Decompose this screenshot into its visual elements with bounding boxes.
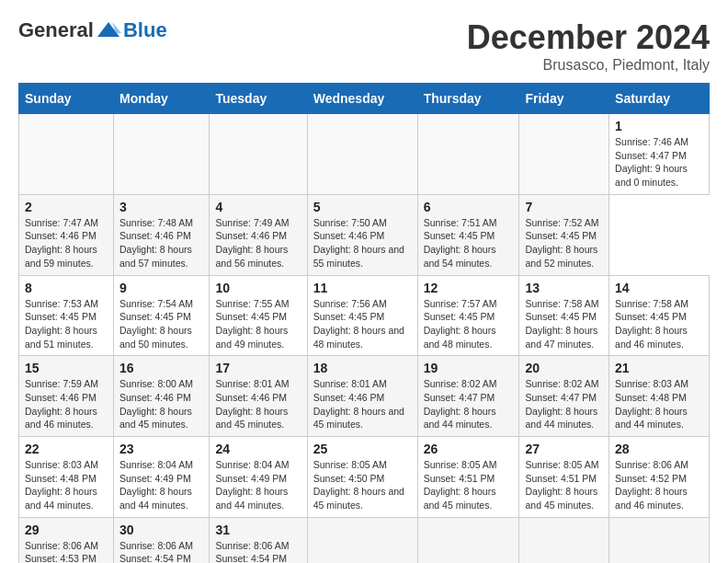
day-number: 20 bbox=[525, 361, 603, 375]
calendar-day-cell: 12 Sunrise: 7:57 AMSunset: 4:45 PMDaylig… bbox=[417, 275, 519, 356]
calendar-day-cell: 13 Sunrise: 7:58 AMSunset: 4:45 PMDaylig… bbox=[519, 275, 609, 356]
day-number: 24 bbox=[215, 442, 301, 456]
day-info: Sunrise: 8:06 AMSunset: 4:54 PMDaylight:… bbox=[119, 540, 193, 563]
day-number: 4 bbox=[215, 200, 301, 214]
calendar-day-cell: 1 Sunrise: 7:46 AMSunset: 4:47 PMDayligh… bbox=[609, 114, 710, 195]
calendar-day-cell: 26 Sunrise: 8:05 AMSunset: 4:51 PMDaylig… bbox=[417, 437, 519, 518]
day-number: 28 bbox=[615, 442, 703, 456]
calendar-day-cell: 9 Sunrise: 7:54 AMSunset: 4:45 PMDayligh… bbox=[114, 275, 210, 356]
calendar-day-cell: 17 Sunrise: 8:01 AMSunset: 4:46 PMDaylig… bbox=[210, 356, 307, 437]
calendar-week-row: 29 Sunrise: 8:06 AMSunset: 4:53 PMDaylig… bbox=[19, 517, 710, 563]
title-section: December 2024 Brusasco, Piedmont, Italy bbox=[467, 18, 710, 74]
day-of-week-header: Thursday bbox=[417, 84, 519, 114]
calendar-day-cell bbox=[307, 517, 417, 563]
day-of-week-header: Wednesday bbox=[307, 84, 417, 114]
month-title: December 2024 bbox=[467, 18, 710, 57]
day-info: Sunrise: 7:47 AMSunset: 4:46 PMDaylight:… bbox=[25, 217, 98, 269]
day-info: Sunrise: 7:55 AMSunset: 4:45 PMDaylight:… bbox=[215, 298, 289, 350]
day-info: Sunrise: 7:58 AMSunset: 4:45 PMDaylight:… bbox=[615, 298, 688, 350]
calendar-day-cell: 27 Sunrise: 8:05 AMSunset: 4:51 PMDaylig… bbox=[519, 437, 609, 518]
day-info: Sunrise: 8:05 AMSunset: 4:51 PMDaylight:… bbox=[424, 459, 497, 511]
calendar-day-cell: 10 Sunrise: 7:55 AMSunset: 4:45 PMDaylig… bbox=[210, 275, 307, 356]
day-info: Sunrise: 7:56 AMSunset: 4:45 PMDaylight:… bbox=[313, 298, 404, 350]
calendar-day-cell: 8 Sunrise: 7:53 AMSunset: 4:45 PMDayligh… bbox=[19, 275, 114, 356]
day-of-week-header: Monday bbox=[114, 84, 210, 114]
calendar-day-cell: 6 Sunrise: 7:51 AMSunset: 4:45 PMDayligh… bbox=[417, 194, 519, 275]
day-number: 30 bbox=[119, 523, 203, 537]
calendar-week-row: 1 Sunrise: 7:46 AMSunset: 4:47 PMDayligh… bbox=[19, 114, 710, 195]
day-number: 17 bbox=[215, 361, 301, 375]
empty-cell bbox=[519, 114, 609, 195]
calendar-day-cell: 22 Sunrise: 8:03 AMSunset: 4:48 PMDaylig… bbox=[19, 437, 114, 518]
day-info: Sunrise: 7:49 AMSunset: 4:46 PMDaylight:… bbox=[215, 217, 289, 269]
calendar-day-cell: 23 Sunrise: 8:04 AMSunset: 4:49 PMDaylig… bbox=[114, 437, 210, 518]
calendar-day-cell: 30 Sunrise: 8:06 AMSunset: 4:54 PMDaylig… bbox=[114, 517, 210, 563]
day-number: 2 bbox=[25, 200, 108, 214]
day-info: Sunrise: 7:51 AMSunset: 4:45 PMDaylight:… bbox=[424, 217, 497, 269]
day-info: Sunrise: 7:53 AMSunset: 4:45 PMDaylight:… bbox=[25, 298, 98, 350]
day-number: 13 bbox=[525, 281, 603, 295]
day-number: 29 bbox=[25, 523, 108, 537]
calendar-week-row: 2 Sunrise: 7:47 AMSunset: 4:46 PMDayligh… bbox=[19, 194, 710, 275]
calendar-day-cell: 16 Sunrise: 8:00 AMSunset: 4:46 PMDaylig… bbox=[114, 356, 210, 437]
day-info: Sunrise: 7:59 AMSunset: 4:46 PMDaylight:… bbox=[25, 378, 98, 430]
day-number: 12 bbox=[424, 281, 514, 295]
day-of-week-header: Friday bbox=[519, 84, 609, 114]
calendar-day-cell: 31 Sunrise: 8:06 AMSunset: 4:54 PMDaylig… bbox=[210, 517, 307, 563]
day-of-week-header: Sunday bbox=[19, 84, 114, 114]
calendar-day-cell: 29 Sunrise: 8:06 AMSunset: 4:53 PMDaylig… bbox=[19, 517, 114, 563]
day-number: 15 bbox=[25, 361, 108, 375]
day-info: Sunrise: 7:46 AMSunset: 4:47 PMDaylight:… bbox=[615, 136, 688, 188]
day-info: Sunrise: 8:00 AMSunset: 4:46 PMDaylight:… bbox=[119, 378, 193, 430]
day-info: Sunrise: 8:06 AMSunset: 4:52 PMDaylight:… bbox=[615, 459, 688, 511]
empty-cell bbox=[19, 114, 114, 195]
day-number: 1 bbox=[615, 119, 703, 133]
day-info: Sunrise: 8:01 AMSunset: 4:46 PMDaylight:… bbox=[313, 378, 404, 430]
day-number: 11 bbox=[313, 281, 412, 295]
day-info: Sunrise: 7:50 AMSunset: 4:46 PMDaylight:… bbox=[313, 217, 404, 269]
calendar-day-cell: 19 Sunrise: 8:02 AMSunset: 4:47 PMDaylig… bbox=[417, 356, 519, 437]
day-info: Sunrise: 8:02 AMSunset: 4:47 PMDaylight:… bbox=[424, 378, 497, 430]
calendar-day-cell: 11 Sunrise: 7:56 AMSunset: 4:45 PMDaylig… bbox=[307, 275, 417, 356]
day-of-week-header: Saturday bbox=[609, 84, 710, 114]
calendar-day-cell: 5 Sunrise: 7:50 AMSunset: 4:46 PMDayligh… bbox=[307, 194, 417, 275]
day-number: 7 bbox=[525, 200, 603, 214]
logo-icon bbox=[96, 20, 121, 40]
page-header: General Blue December 2024 Brusasco, Pie… bbox=[18, 18, 710, 74]
day-number: 25 bbox=[313, 442, 412, 456]
day-number: 21 bbox=[615, 361, 703, 375]
calendar-week-row: 22 Sunrise: 8:03 AMSunset: 4:48 PMDaylig… bbox=[19, 437, 710, 518]
day-number: 23 bbox=[119, 442, 203, 456]
day-info: Sunrise: 7:48 AMSunset: 4:46 PMDaylight:… bbox=[119, 217, 193, 269]
day-number: 6 bbox=[424, 200, 514, 214]
logo-blue-text: Blue bbox=[123, 18, 167, 42]
day-number: 10 bbox=[215, 281, 301, 295]
day-info: Sunrise: 7:58 AMSunset: 4:45 PMDaylight:… bbox=[525, 298, 598, 350]
empty-cell bbox=[114, 114, 210, 195]
calendar-day-cell: 2 Sunrise: 7:47 AMSunset: 4:46 PMDayligh… bbox=[19, 194, 114, 275]
day-info: Sunrise: 7:54 AMSunset: 4:45 PMDaylight:… bbox=[119, 298, 193, 350]
calendar-week-row: 15 Sunrise: 7:59 AMSunset: 4:46 PMDaylig… bbox=[19, 356, 710, 437]
day-info: Sunrise: 8:04 AMSunset: 4:49 PMDaylight:… bbox=[119, 459, 193, 511]
day-info: Sunrise: 8:01 AMSunset: 4:46 PMDaylight:… bbox=[215, 378, 289, 430]
calendar-day-cell bbox=[609, 517, 710, 563]
calendar-day-cell: 25 Sunrise: 8:05 AMSunset: 4:50 PMDaylig… bbox=[307, 437, 417, 518]
days-header-row: SundayMondayTuesdayWednesdayThursdayFrid… bbox=[19, 84, 710, 114]
day-number: 31 bbox=[215, 523, 301, 537]
day-info: Sunrise: 7:57 AMSunset: 4:45 PMDaylight:… bbox=[424, 298, 497, 350]
day-number: 16 bbox=[119, 361, 203, 375]
empty-cell bbox=[417, 114, 519, 195]
day-number: 18 bbox=[313, 361, 412, 375]
day-info: Sunrise: 8:04 AMSunset: 4:49 PMDaylight:… bbox=[215, 459, 289, 511]
day-number: 8 bbox=[25, 281, 108, 295]
calendar-day-cell: 15 Sunrise: 7:59 AMSunset: 4:46 PMDaylig… bbox=[19, 356, 114, 437]
day-info: Sunrise: 8:02 AMSunset: 4:47 PMDaylight:… bbox=[525, 378, 598, 430]
day-info: Sunrise: 8:05 AMSunset: 4:51 PMDaylight:… bbox=[525, 459, 598, 511]
day-number: 22 bbox=[25, 442, 108, 456]
empty-cell bbox=[307, 114, 417, 195]
day-number: 9 bbox=[119, 281, 203, 295]
calendar-day-cell: 3 Sunrise: 7:48 AMSunset: 4:46 PMDayligh… bbox=[114, 194, 210, 275]
day-number: 19 bbox=[424, 361, 514, 375]
day-of-week-header: Tuesday bbox=[210, 84, 307, 114]
calendar-day-cell bbox=[519, 517, 609, 563]
